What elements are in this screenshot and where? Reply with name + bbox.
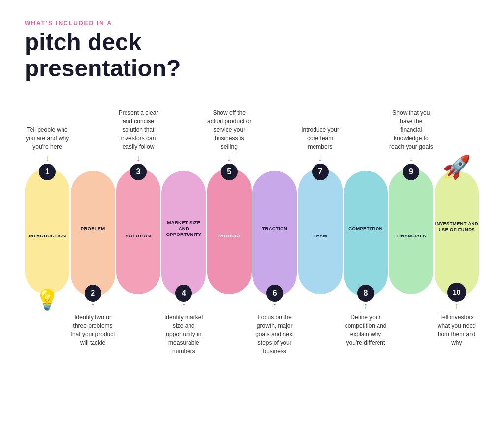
badge-8: 8 (357, 285, 374, 302)
bulb-icon: 💡 (35, 288, 60, 311)
pill-team: TEAM 7 (297, 164, 343, 302)
arrow-up-4: ↑ (161, 302, 206, 311)
arrow-up-10: ↑ (434, 302, 479, 311)
pill-traction: TRACTION 6 (252, 164, 297, 302)
rocket-icon: 🚀 (442, 154, 471, 180)
badge-7: 7 (312, 164, 329, 180)
bottom-desc-2: Identify two or three problems that your… (70, 311, 115, 366)
badge-1: 1 (39, 164, 56, 180)
arrow-down-9: ↓ (388, 154, 434, 164)
top-desc-7: Introduce your core team members (297, 100, 343, 154)
arrow-up-6: ↑ (252, 302, 297, 311)
arrow-down-5: ↓ (207, 154, 252, 164)
top-desc-5: Show off the actual product or service y… (207, 100, 252, 154)
arrow-down-3: ↓ (116, 154, 161, 164)
pill-problem: PROBLEM 2 (70, 164, 115, 302)
badge-9: 9 (403, 164, 419, 180)
arrow-down-7: ↓ (297, 154, 343, 164)
pill-financials: FINANCIALS 9 (388, 164, 434, 302)
badge-4: 4 (175, 285, 192, 302)
badge-5: 5 (221, 164, 238, 180)
top-desc-1: Tell people who you are and why you're h… (25, 100, 70, 154)
bottom-desc-6: Focus on the growth, major goals and nex… (252, 311, 297, 366)
main-title: pitch deck presentation? (25, 30, 479, 82)
bottom-desc-4: Identify market size and opportunity in … (161, 311, 206, 366)
top-desc-3: Present a clear and concise solution tha… (116, 100, 161, 154)
bottom-desc-10: Tell investors what you need from them a… (434, 311, 479, 366)
bottom-desc-8: Define your competition and explain why … (343, 311, 388, 366)
badge-2: 2 (85, 285, 101, 302)
pill-investment: INVESTMENT AND USE OF FUNDS 10 🚀 (434, 164, 479, 302)
diagram: Tell people who you are and why you're h… (25, 100, 479, 366)
page: WHAT'S INCLUDED IN A pitch deck presenta… (0, 0, 504, 437)
arrow-up-2: ↑ (70, 302, 115, 311)
badge-6: 6 (266, 285, 283, 302)
pill-product: PRODUCT 5 (207, 164, 252, 302)
top-desc-9: Show that you have the financial knowled… (388, 100, 434, 154)
arrow-down-1: ↓ (25, 154, 70, 164)
pill-solution: SOLUTION 3 (116, 164, 161, 302)
arrow-up-8: ↑ (343, 302, 388, 311)
pill-introduction: INTRODUCTION 1 💡 (25, 164, 70, 302)
pill-competition: COMPETITION 8 (343, 164, 388, 302)
subtitle: WHAT'S INCLUDED IN A (25, 20, 479, 27)
badge-10: 10 (447, 283, 466, 302)
badge-3: 3 (130, 164, 147, 180)
pill-market: MARKET SIZE AND OPPORTUNITY 4 (161, 164, 206, 302)
